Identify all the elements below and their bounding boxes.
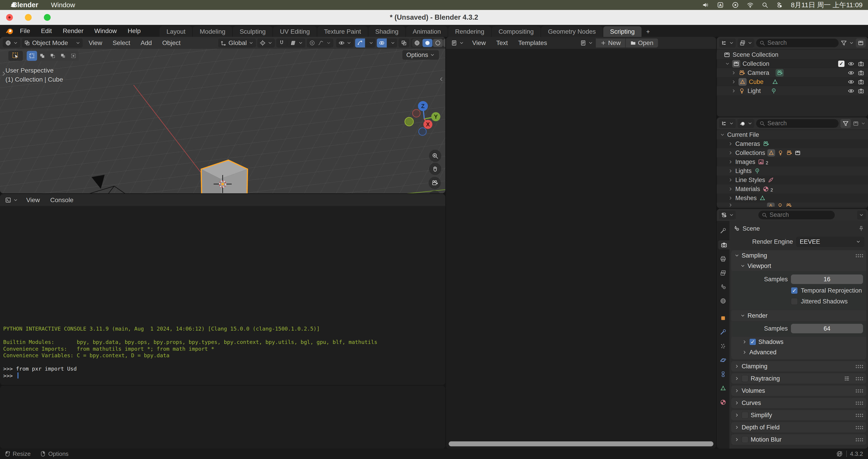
viewport-menu-add[interactable]: Add <box>136 39 156 47</box>
tab-particles[interactable] <box>718 342 728 351</box>
menu-window[interactable]: Window <box>89 27 122 35</box>
pivot-dropdown[interactable] <box>257 38 275 48</box>
outliner-display-mode[interactable] <box>719 119 736 128</box>
chevron-down-icon[interactable] <box>720 132 725 137</box>
text-menu-text[interactable]: Text <box>492 39 512 47</box>
console-menu-console[interactable]: Console <box>46 196 78 204</box>
chevron-right-icon[interactable] <box>728 150 733 155</box>
toolbar-expand-icon[interactable] <box>0 69 7 78</box>
filter-button[interactable] <box>840 119 851 128</box>
sampling-panel-header[interactable]: Sampling <box>731 250 866 261</box>
tab-object-data[interactable] <box>718 384 728 393</box>
shading-material-button[interactable] <box>433 39 443 47</box>
pin-icon[interactable] <box>858 225 864 232</box>
xray-toggle[interactable] <box>399 38 409 48</box>
chevron-down-icon[interactable] <box>725 61 730 66</box>
row-collection[interactable]: Collection ✓ <box>717 59 868 68</box>
new-collection-button[interactable] <box>856 38 866 48</box>
new-text-button[interactable]: New <box>596 38 625 48</box>
show-gizmo-toggle[interactable] <box>355 38 365 48</box>
tab-render[interactable] <box>718 240 730 249</box>
snap-settings-icon[interactable] <box>289 40 296 46</box>
panel-drag-dots[interactable] <box>855 401 863 405</box>
jittered-shadows-checkbox[interactable] <box>791 298 798 305</box>
panel-drag-dots[interactable] <box>855 426 863 429</box>
select-mode-invert[interactable] <box>58 51 68 61</box>
chevron-right-icon[interactable] <box>731 70 736 75</box>
tab-animation[interactable]: Animation <box>406 26 448 37</box>
active-tool-select-box[interactable] <box>8 51 23 61</box>
properties-search[interactable]: Search <box>758 211 835 219</box>
menubar-clock[interactable]: 8月11日 周一 上午11:09 <box>791 0 863 10</box>
render-subpanel-header[interactable]: Render <box>731 310 866 321</box>
proportional-edit-icon[interactable] <box>309 40 315 46</box>
filter-funnel-icon[interactable] <box>840 39 847 47</box>
shadows-subpanel-header[interactable]: ✓ Shadows <box>731 337 866 347</box>
row-lights[interactable]: Lights <box>717 166 868 176</box>
presets-list-icon[interactable] <box>844 375 850 382</box>
input-source-icon[interactable] <box>717 1 724 8</box>
axis-neg-x-ball[interactable] <box>412 110 420 117</box>
panel-drag-dots[interactable] <box>855 377 863 380</box>
sidebar-collapse-icon[interactable] <box>438 76 444 82</box>
screen-mirroring-icon[interactable] <box>732 1 739 8</box>
editor-type-button[interactable] <box>719 211 736 219</box>
shading-rendered-button[interactable] <box>443 39 445 47</box>
hide-eye-icon[interactable] <box>848 79 855 85</box>
render-camera-icon[interactable] <box>858 69 864 76</box>
viewport-menu-object[interactable]: Object <box>158 39 185 47</box>
editor-type-button[interactable] <box>3 195 20 205</box>
axis-neg-z-ball[interactable] <box>418 128 426 135</box>
chevron-right-icon[interactable] <box>728 195 733 201</box>
text-menu-view[interactable]: View <box>468 39 490 47</box>
outliner-editor[interactable]: Search Scene Collection Collection ✓ <box>717 37 868 117</box>
menu-help[interactable]: Help <box>122 27 146 35</box>
zoom-button[interactable] <box>429 150 441 162</box>
chevron-right-icon[interactable] <box>731 88 736 93</box>
macos-window-menu[interactable]: Window <box>51 1 75 9</box>
row-camera[interactable]: Camera <box>717 68 868 77</box>
blendfile-outliner[interactable]: Search Current File Cameras Collections <box>717 117 868 208</box>
hide-eye-icon[interactable] <box>848 60 855 67</box>
blender-logo-icon[interactable] <box>5 26 14 36</box>
tab-shading[interactable]: Shading <box>368 26 405 37</box>
volumes-panel[interactable]: Volumes <box>731 386 866 396</box>
shading-solid-button[interactable] <box>423 39 432 47</box>
chevron-right-icon[interactable] <box>728 159 733 164</box>
render-camera-icon[interactable] <box>858 88 864 94</box>
motion-blur-panel[interactable]: Motion Blur <box>731 434 866 445</box>
row-line-styles[interactable]: Line Styles <box>717 176 868 184</box>
row-scene-collection[interactable]: Scene Collection <box>717 50 868 59</box>
tab-geometry-nodes[interactable]: Geometry Nodes <box>541 26 602 37</box>
text-datablock-browse[interactable] <box>578 38 595 48</box>
panel-drag-dots[interactable] <box>855 254 863 257</box>
blendfile-search[interactable]: Search <box>756 119 839 128</box>
select-mode-intersect[interactable] <box>68 51 79 61</box>
tab-physics[interactable] <box>718 356 728 365</box>
add-workspace-button[interactable]: + <box>642 26 654 37</box>
collection-checkbox[interactable]: ✓ <box>838 61 844 67</box>
tab-material[interactable] <box>718 398 728 407</box>
axis-neg-y-ball[interactable] <box>405 117 413 126</box>
tab-object[interactable] <box>718 314 728 323</box>
chevron-right-icon[interactable] <box>728 169 733 174</box>
spotlight-icon[interactable] <box>762 2 768 8</box>
tab-modifiers[interactable] <box>718 328 728 337</box>
panel-drag-dots[interactable] <box>855 389 863 393</box>
properties-editor[interactable]: Search Scene Render Engine EEVEE <box>717 209 868 449</box>
text-editor[interactable]: View Text Templates New Open <box>446 37 716 449</box>
depth-of-field-panel[interactable]: Depth of Field <box>731 422 866 433</box>
render-camera-icon[interactable] <box>858 79 864 85</box>
menu-file[interactable]: File <box>14 27 35 35</box>
row-current-file[interactable]: Current File <box>717 130 868 139</box>
viewport-editor[interactable]: Object Mode View Select Add Object Globa… <box>0 37 445 193</box>
tab-constraints[interactable] <box>718 370 728 379</box>
breadcrumb-scene[interactable]: Scene <box>743 225 760 232</box>
apple-logo-icon[interactable] <box>10 2 17 8</box>
info-editor[interactable] <box>0 386 445 449</box>
tab-view-layer[interactable] <box>718 268 728 277</box>
row-materials[interactable]: Materials 2 <box>717 184 868 193</box>
outliner-filter-mode[interactable] <box>738 38 754 48</box>
tab-world[interactable] <box>718 297 728 305</box>
curves-panel[interactable]: Curves <box>731 398 866 408</box>
